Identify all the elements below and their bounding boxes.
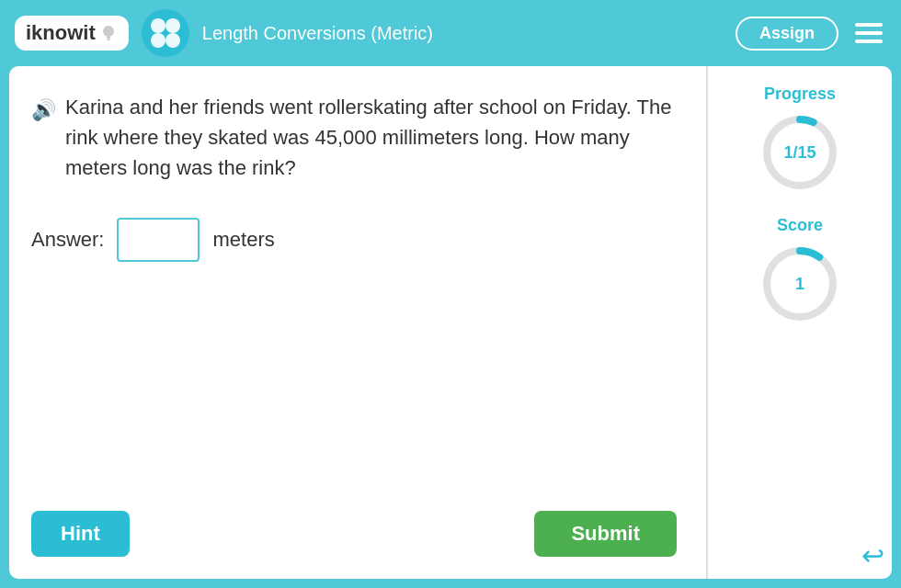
answer-row: Answer: meters <box>31 218 677 262</box>
score-value: 1 <box>795 275 804 294</box>
lesson-title: Length Conversions (Metric) <box>202 23 723 44</box>
menu-button[interactable] <box>851 19 886 47</box>
answer-label: Answer: <box>31 228 104 252</box>
svg-point-6 <box>165 33 180 48</box>
lesson-icon <box>142 9 189 57</box>
score-block: Score 1 <box>758 216 841 325</box>
progress-label: Progress <box>764 85 836 104</box>
four-circles-icon <box>148 16 183 51</box>
svg-rect-1 <box>106 37 110 39</box>
svg-point-5 <box>151 33 165 48</box>
score-label: Score <box>777 216 823 235</box>
logo: iknowit <box>15 16 129 51</box>
right-panel: Progress 1/15 Score 1 <box>708 66 892 579</box>
back-icon[interactable]: ↩ <box>861 539 884 571</box>
svg-point-3 <box>151 18 165 33</box>
svg-point-0 <box>103 26 114 37</box>
hint-button[interactable]: Hint <box>31 511 130 557</box>
hamburger-line-2 <box>855 31 883 35</box>
question-panel: 🔊 Karina and her friends went rollerskat… <box>9 66 708 579</box>
score-circle: 1 <box>758 243 841 325</box>
main-content: 🔊 Karina and her friends went rollerskat… <box>9 66 892 579</box>
logo-text: iknowit <box>26 21 96 45</box>
svg-point-4 <box>165 18 180 33</box>
progress-block: Progress 1/15 <box>758 85 841 194</box>
button-row: Hint Submit <box>31 492 677 557</box>
question-body: Karina and her friends went rollerskatin… <box>65 92 677 183</box>
lightbulb-icon <box>99 24 118 42</box>
submit-button[interactable]: Submit <box>534 511 677 557</box>
hamburger-line-1 <box>855 23 883 27</box>
hamburger-line-3 <box>855 40 883 43</box>
answer-unit: meters <box>212 228 274 252</box>
header: iknowit Length Conversions (Metric) Assi… <box>0 0 901 66</box>
assign-button[interactable]: Assign <box>736 17 838 51</box>
speaker-icon[interactable]: 🔊 <box>31 95 56 125</box>
progress-circle: 1/15 <box>758 111 841 194</box>
question-text: 🔊 Karina and her friends went rollerskat… <box>31 92 677 183</box>
progress-value: 1/15 <box>783 143 815 163</box>
answer-input[interactable] <box>117 218 200 262</box>
svg-rect-2 <box>107 40 109 41</box>
